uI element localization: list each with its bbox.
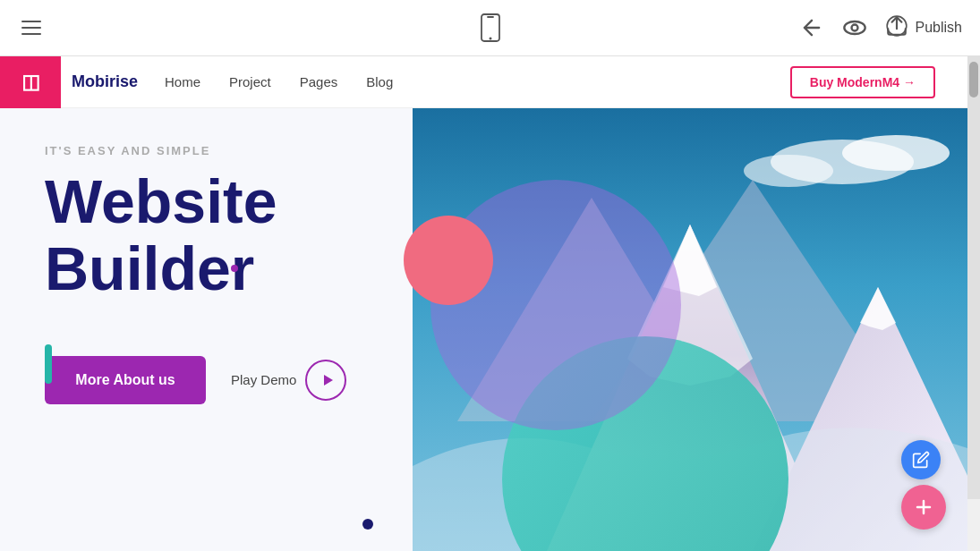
publish-label: Publish <box>916 20 962 36</box>
hero-title-line1: Website <box>45 167 277 235</box>
scrollbar-thumb <box>969 62 978 97</box>
hero-section: IT'S EASY AND SIMPLE Website Builder Mor… <box>0 108 967 551</box>
buy-button[interactable]: Buy ModernM4 → <box>790 66 935 98</box>
svg-point-9 <box>744 155 833 187</box>
toolbar-center <box>478 13 503 42</box>
svg-point-3 <box>844 21 865 34</box>
nav-pages[interactable]: Pages <box>300 74 338 89</box>
hero-title: Website Builder <box>45 168 346 302</box>
hero-content: IT'S EASY AND SIMPLE Website Builder Mor… <box>45 144 346 404</box>
edit-fab-button[interactable] <box>901 440 941 479</box>
hero-subtitle: IT'S EASY AND SIMPLE <box>45 144 346 157</box>
navbar-brand: Mobirise <box>72 72 138 91</box>
add-fab-button[interactable] <box>901 485 946 530</box>
dot-purple <box>231 265 238 272</box>
circle-purple <box>430 180 681 430</box>
hero-buttons: More About us Play Demo <box>45 356 346 404</box>
more-about-us-button[interactable]: More About us <box>45 356 206 404</box>
hero-title-line2: Builder <box>45 234 254 302</box>
circle-pink <box>404 216 493 305</box>
nav-blog[interactable]: Blog <box>366 74 393 89</box>
device-mobile-icon[interactable] <box>478 13 503 42</box>
navbar-links: Home Project Pages Blog <box>165 74 790 89</box>
scrollbar[interactable] <box>967 56 980 499</box>
nav-project[interactable]: Project <box>229 74 271 89</box>
svg-point-4 <box>851 25 857 31</box>
play-demo-label: Play Demo <box>231 372 296 387</box>
pagination-dot <box>362 519 373 530</box>
toolbar-left <box>18 17 45 38</box>
navbar-logo: ◫ <box>0 56 61 108</box>
navbar: ◫ Mobirise Home Project Pages Blog Buy M… <box>0 56 980 108</box>
publish-button[interactable]: Publish <box>885 14 962 41</box>
toolbar: Publish <box>0 0 980 56</box>
upload-icon <box>885 14 908 41</box>
nav-home[interactable]: Home <box>165 74 200 89</box>
play-demo-button[interactable]: Play Demo <box>231 360 346 401</box>
svg-point-8 <box>842 135 950 171</box>
dot-teal <box>45 344 52 384</box>
preview-icon[interactable] <box>842 15 867 40</box>
logo-icon: ◫ <box>21 71 40 94</box>
play-icon[interactable] <box>305 360 346 401</box>
svg-marker-17 <box>324 375 333 386</box>
menu-icon[interactable] <box>18 17 45 38</box>
toolbar-right: Publish <box>799 14 962 41</box>
svg-point-2 <box>489 38 491 40</box>
back-icon[interactable] <box>799 15 824 40</box>
